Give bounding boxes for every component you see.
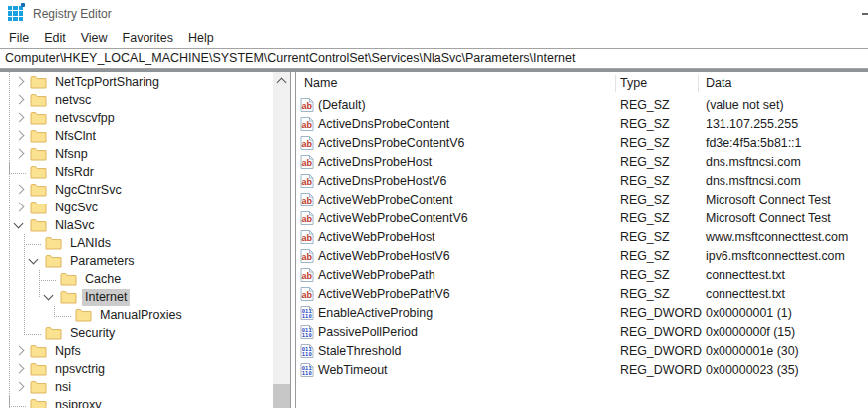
value-row-activewebprobecontent[interactable]: abActiveWebProbeContentREG_SZMicrosoft C… [296, 190, 868, 208]
value-data: 0x00000001 (1) [698, 306, 868, 320]
value-row-activednsprobecontentv6[interactable]: abActiveDnsProbeContentV6REG_SZfd3e:4f5a… [296, 133, 868, 152]
chevron-down-icon[interactable] [44, 291, 54, 301]
tree-item-lanids[interactable]: LANIds [0, 234, 273, 252]
tree-item-nettcpportsharing[interactable]: NetTcpPortSharing [0, 73, 273, 91]
value-type: REG_SZ [615, 211, 698, 225]
column-divider[interactable] [698, 75, 699, 92]
tree-item-nlasvc[interactable]: NlaSvc [0, 216, 273, 234]
tree-item-netvsc[interactable]: netvsc [0, 91, 273, 109]
value-data: 131.107.255.255 [698, 117, 868, 131]
folder-icon [45, 236, 62, 250]
value-row-activednsprobecontent[interactable]: abActiveDnsProbeContentREG_SZ131.107.255… [296, 114, 868, 133]
tree-item-nsi[interactable]: nsi [0, 378, 273, 396]
folder-icon [30, 362, 47, 376]
value-data: fd3e:4f5a:5b81::1 [698, 136, 868, 150]
tree-item-security[interactable]: Security [0, 324, 273, 342]
value-row-activewebprobepath[interactable]: abActiveWebProbePathREG_SZconnecttest.tx… [296, 265, 868, 284]
minimize-icon[interactable] [862, 13, 868, 15]
column-header-name[interactable]: Name [304, 72, 337, 95]
string-value-icon: ab [300, 211, 314, 225]
tree-item-ngcsvc[interactable]: NgcSvc [0, 199, 273, 216]
registry-editor-app-icon [8, 6, 23, 21]
tree-item-label: Security [67, 325, 118, 342]
tree-item-nsiproxy[interactable]: nsiproxy [0, 396, 273, 408]
chevron-down-icon[interactable] [14, 219, 24, 229]
tree-item-nfsnp[interactable]: Nfsnp [0, 145, 273, 163]
value-row-webtimeout[interactable]: 011110WebTimeoutREG_DWORD0x00000023 (35) [296, 360, 868, 379]
value-name-cell: abActiveDnsProbeHostV6 [296, 174, 615, 188]
menu-edit[interactable]: Edit [44, 28, 66, 48]
tree-item-manualproxies[interactable]: ManualProxies [0, 306, 273, 324]
tree-item-npfs[interactable]: Npfs [0, 342, 273, 360]
value-row-activewebprobepathv6[interactable]: abActiveWebProbePathV6REG_SZconnecttest.… [296, 284, 868, 303]
menu-view[interactable]: View [81, 28, 108, 48]
chevron-right-icon[interactable] [15, 185, 25, 195]
tree-item-parameters[interactable]: Parameters [0, 252, 273, 270]
tree-item-internet[interactable]: Internet [0, 288, 273, 306]
chevron-right-icon[interactable] [15, 149, 25, 159]
value-name-cell: 011110StaleThreshold [296, 344, 615, 358]
svg-text:110: 110 [302, 313, 312, 319]
value-row-activednsprobehostv6[interactable]: abActiveDnsProbeHostV6REG_SZdns.msftncsi… [296, 171, 868, 190]
chevron-down-icon[interactable] [29, 255, 39, 265]
tree-item-npsvctrig[interactable]: npsvctrig [0, 360, 273, 378]
value-name: ActiveDnsProbeContentV6 [318, 136, 464, 150]
tree-connector [21, 324, 45, 342]
value-row-passivepollperiod[interactable]: 011110PassivePollPeriodREG_DWORD0x000000… [296, 322, 868, 341]
tree-item-ngcctnrsvc[interactable]: NgcCtnrSvc [0, 181, 273, 199]
chevron-right-icon[interactable] [15, 131, 25, 141]
value-data: connecttest.txt [698, 287, 868, 301]
column-header-type[interactable]: Type [620, 72, 647, 95]
value-type: REG_DWORD [615, 344, 698, 358]
column-header-data[interactable]: Data [706, 72, 731, 95]
column-divider[interactable] [615, 75, 616, 92]
value-row-stalethreshold[interactable]: 011110StaleThresholdREG_DWORD0x0000001e … [296, 341, 868, 360]
folder-icon [30, 93, 47, 107]
string-value-icon: ab [300, 249, 314, 263]
scroll-up-button[interactable] [273, 72, 290, 89]
value-row-default[interactable]: ab(Default)REG_SZ(value not set) [296, 95, 868, 114]
tree-branch-line [54, 306, 71, 317]
folder-icon [30, 201, 47, 214]
scrollbar-thumb[interactable] [273, 384, 290, 408]
folder-icon [30, 111, 47, 125]
svg-text:110: 110 [302, 351, 312, 357]
value-row-activewebprobehostv6[interactable]: abActiveWebProbeHostV6REG_SZipv6.msftcon… [296, 246, 868, 265]
tree-connector [6, 73, 30, 91]
tree-item-nfsclnt[interactable]: NfsClnt [0, 127, 273, 145]
tree-vertical-scrollbar[interactable] [273, 72, 290, 408]
value-row-activewebprobehost[interactable]: abActiveWebProbeHostREG_SZwww.msftconnec… [296, 227, 868, 246]
tree-connector [6, 181, 30, 199]
value-data: 0x00000023 (35) [698, 363, 868, 377]
chevron-right-icon[interactable] [15, 77, 25, 87]
value-name-cell: abActiveWebProbeContent [296, 193, 615, 206]
tree-item-label: NetTcpPortSharing [52, 74, 162, 91]
folder-icon [30, 75, 47, 89]
value-type: REG_SZ [615, 193, 698, 206]
tree-item-label: Nfsnp [52, 146, 91, 163]
chevron-right-icon[interactable] [15, 113, 25, 123]
value-data: Microsoft Connect Test [698, 211, 868, 225]
chevron-right-icon[interactable] [15, 346, 25, 356]
value-data: dns.msftncsi.com [698, 155, 868, 169]
menu-file[interactable]: File [9, 28, 29, 48]
value-row-enableactiveprobing[interactable]: 011110EnableActiveProbingREG_DWORD0x0000… [296, 303, 868, 322]
value-type: REG_SZ [615, 98, 698, 112]
address-bar[interactable]: Computer\HKEY_LOCAL_MACHINE\SYSTEM\Curre… [0, 48, 868, 69]
tree-item-nfsrdr[interactable]: NfsRdr [0, 163, 273, 181]
string-value-icon: ab [300, 136, 314, 150]
value-row-activewebprobecontentv6[interactable]: abActiveWebProbeContentV6REG_SZMicrosoft… [296, 208, 868, 227]
tree-item-cache[interactable]: Cache [0, 270, 273, 288]
tree-connector [6, 360, 30, 378]
folder-icon [45, 254, 62, 268]
menu-help[interactable]: Help [188, 28, 214, 48]
chevron-right-icon[interactable] [15, 382, 25, 392]
tree-item-netvscvfpp[interactable]: netvscvfpp [0, 109, 273, 127]
tree-item-label: LANIds [67, 235, 114, 252]
dword-value-icon: 011110 [300, 344, 314, 358]
value-row-activednsprobehost[interactable]: abActiveDnsProbeHostREG_SZdns.msftncsi.c… [296, 152, 868, 171]
chevron-right-icon[interactable] [15, 364, 25, 374]
menu-favorites[interactable]: Favorites [123, 28, 173, 48]
chevron-right-icon[interactable] [15, 203, 25, 212]
chevron-right-icon[interactable] [15, 95, 25, 105]
